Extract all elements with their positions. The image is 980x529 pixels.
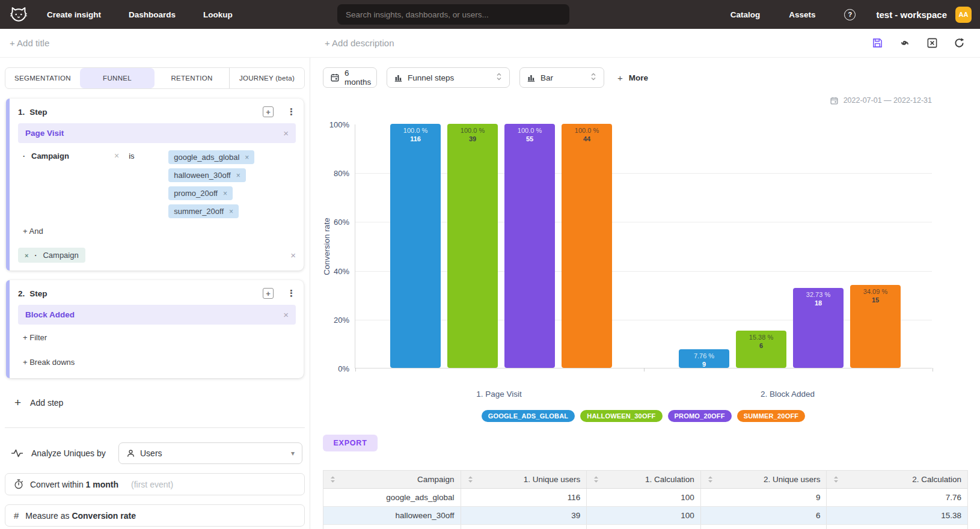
add-event-icon[interactable]: + — [263, 106, 274, 117]
bar-summer_20off-step2[interactable]: 34.09 %15 — [850, 285, 901, 368]
help-icon[interactable]: ? — [844, 9, 856, 20]
column-header-1-unique-users[interactable]: 1. Unique users — [461, 471, 587, 488]
filter-value-chip[interactable]: google_ads_global× — [168, 150, 254, 164]
sort-icon[interactable] — [467, 475, 474, 483]
table-cell: 39 — [461, 507, 587, 524]
remove-event-icon[interactable]: × — [283, 128, 289, 138]
sort-icon[interactable] — [707, 475, 714, 483]
view-select[interactable]: Funnel steps — [387, 67, 510, 88]
table-cell: google_ads_global — [323, 489, 461, 506]
bar-google_ads_global-step2[interactable]: 7.76 %9 — [679, 349, 729, 368]
legend-pill-google_ads_global[interactable]: GOOGLE_ADS_GLOBAL — [482, 410, 575, 422]
user-icon — [126, 449, 135, 458]
more-button[interactable]: + More — [617, 73, 648, 83]
title-bar: + Add title + Add description — [0, 29, 980, 58]
column-header-2-unique-users[interactable]: 2. Unique users — [701, 471, 827, 488]
table-row[interactable]: halloween_30off39100615.38 — [323, 507, 967, 525]
sort-icon[interactable] — [593, 475, 599, 483]
workspace-name[interactable]: test - workspace — [876, 10, 947, 20]
filter-value-chip[interactable]: promo_20off× — [168, 186, 233, 200]
bar-percent-label: 100.0 % — [403, 127, 427, 135]
step-menu-icon[interactable]: ⋮ — [287, 288, 296, 299]
bullet-icon: · — [23, 152, 25, 161]
tab-segmentation[interactable]: SEGMENTATION — [5, 68, 80, 88]
event-row[interactable]: Page Visit × — [18, 123, 296, 143]
filter-operator[interactable]: is — [129, 150, 168, 161]
chart-type-select[interactable]: Bar — [519, 67, 604, 88]
nav-item-dashboards[interactable]: Dashboards — [129, 10, 176, 19]
sort-icon[interactable] — [833, 475, 839, 483]
table-row[interactable]: google_ads_global11610097.76 — [323, 489, 967, 507]
filter-property[interactable]: Campaign — [31, 150, 114, 161]
table-cell: 6 — [701, 507, 827, 524]
filter-value-chip[interactable]: halloween_30off× — [168, 168, 245, 182]
remove-chip-icon[interactable]: × — [229, 207, 233, 216]
link-icon[interactable] — [899, 37, 911, 49]
add-event-icon[interactable]: + — [263, 288, 274, 299]
tab-funnel[interactable]: FUNNEL — [80, 68, 155, 88]
remove-event-icon[interactable]: × — [283, 310, 289, 320]
measure-text: Measure as — [25, 511, 69, 521]
nav-item-catalog[interactable]: Catalog — [730, 10, 761, 19]
bar-promo_20off-step1[interactable]: 100.0 %55 — [504, 124, 555, 368]
add-and-filter-button[interactable]: + And — [23, 227, 296, 236]
bar-google_ads_global-step1[interactable]: 100.0 %116 — [390, 124, 441, 368]
breakdown-row: × · Campaign × — [18, 248, 296, 263]
save-icon[interactable] — [872, 37, 883, 49]
add-step-button[interactable]: + Add step — [14, 396, 305, 409]
analyze-by-select[interactable]: Users ▾ — [118, 442, 302, 464]
nav-item-lookup[interactable]: Lookup — [203, 10, 233, 19]
remove-breakdown-icon[interactable]: × — [25, 252, 28, 259]
add-breakdown-button[interactable]: + Break downs — [23, 358, 296, 367]
column-header-campaign[interactable]: Campaign — [323, 471, 461, 488]
tab-retention[interactable]: RETENTION — [155, 68, 229, 88]
nav-item-assets[interactable]: Assets — [789, 10, 815, 19]
sort-icon[interactable] — [329, 475, 336, 483]
add-filter-button[interactable]: + Filter — [23, 333, 296, 342]
tab-journey-beta-[interactable]: JOURNEY (beta) — [229, 68, 304, 88]
x-axis-tick — [933, 368, 933, 372]
nav-item-create-insight[interactable]: Create insight — [47, 10, 101, 19]
add-title-button[interactable]: + Add title — [10, 38, 49, 48]
gridline — [355, 320, 932, 320]
bar-halloween_30off-step1[interactable]: 100.0 %39 — [447, 124, 498, 368]
measure-as-setting[interactable]: # Measure as Conversion rate — [5, 504, 305, 527]
y-axis-tick: 40% — [311, 267, 349, 276]
convert-within-setting[interactable]: Convert within 1 month (first event) — [5, 473, 305, 495]
date-range-button[interactable]: 6 months — [323, 67, 377, 88]
remove-chip-icon[interactable]: × — [223, 189, 227, 198]
column-header-label: 1. Calculation — [645, 475, 694, 484]
remove-breakdown-row-icon[interactable]: × — [290, 250, 296, 260]
remove-chip-icon[interactable]: × — [236, 171, 240, 180]
insight-type-tabs: SEGMENTATIONFUNNELRETENTIONJOURNEY (beta… — [5, 67, 305, 89]
legend-pill-promo_20off[interactable]: PROMO_20OFF — [668, 410, 732, 422]
bar-summer_20off-step1[interactable]: 100.0 %44 — [562, 124, 612, 368]
filter-value-chip[interactable]: summer_20off× — [168, 204, 239, 218]
bar-percent-label: 32.73 % — [806, 291, 830, 299]
bar-halloween_30off-step2[interactable]: 15.38 %6 — [736, 331, 786, 368]
refresh-icon[interactable] — [954, 37, 965, 49]
avatar[interactable]: AA — [955, 7, 972, 23]
bar-count-label: 39 — [469, 135, 476, 143]
event-row[interactable]: Block Added × — [18, 305, 296, 325]
breakdown-chip[interactable]: × · Campaign — [18, 248, 85, 263]
add-description-button[interactable]: + Add description — [325, 38, 394, 48]
select-caret-icon — [590, 72, 596, 83]
legend-pill-summer_20off[interactable]: SUMMER_20OFF — [737, 410, 806, 422]
legend-pill-halloween_30off[interactable]: HALLOWEEN_30OFF — [580, 410, 662, 422]
export-button[interactable]: EXPORT — [323, 435, 378, 451]
select-caret-icon — [496, 72, 502, 83]
y-axis-label: Conversion rate — [322, 218, 331, 275]
search-input[interactable] — [337, 4, 569, 25]
clear-icon[interactable] — [926, 37, 938, 49]
cat-logo-icon[interactable] — [8, 5, 29, 24]
bar-promo_20off-step2[interactable]: 32.73 %18 — [793, 288, 844, 368]
event-name: Block Added — [25, 310, 75, 319]
remove-chip-icon[interactable]: × — [245, 153, 249, 162]
chip-label: halloween_30off — [174, 171, 230, 180]
remove-filter-icon[interactable]: × — [114, 151, 119, 161]
column-header-2-calculation[interactable]: 2. Calculation — [827, 471, 967, 488]
y-axis-tick: 80% — [311, 169, 349, 178]
step-menu-icon[interactable]: ⋮ — [287, 106, 296, 117]
column-header-1-calculation[interactable]: 1. Calculation — [587, 471, 701, 488]
